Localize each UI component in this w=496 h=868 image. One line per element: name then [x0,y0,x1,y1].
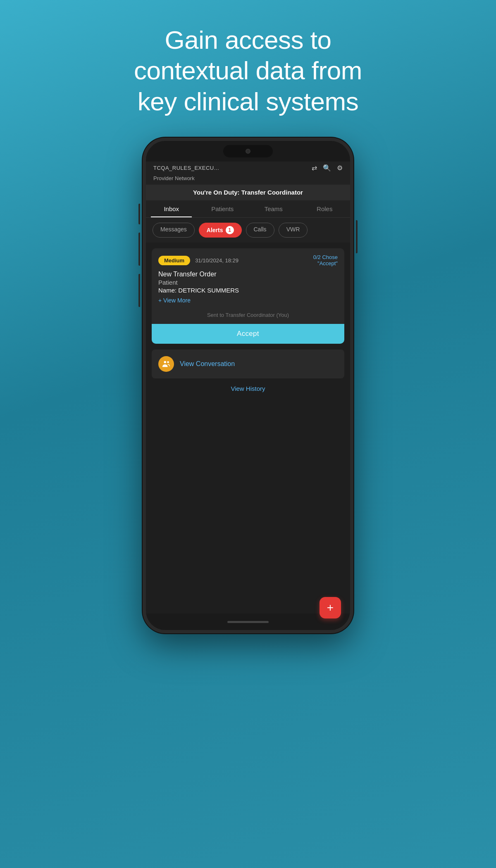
app-content: Medium 31/10/2024, 18:29 0/2 Chose "Acce… [146,243,350,614]
sent-to: Sent to Transfer Coordinator (You) [152,308,344,324]
volume-silent-button [138,204,140,224]
tab-teams[interactable]: Teams [248,200,299,217]
filter-messages[interactable]: Messages [153,223,195,238]
app-name-label: TCQA_RULES_EXECU... [153,165,219,171]
alert-card: Medium 31/10/2024, 18:29 0/2 Chose "Acce… [152,248,344,344]
settings-icon[interactable]: ⚙ [337,164,343,172]
fab-plus-icon: + [327,601,334,614]
phone-top-bar [146,141,350,162]
view-more-link[interactable]: + View More [158,297,338,304]
view-conversation-link[interactable]: View Conversation [180,360,235,368]
tab-patients[interactable]: Patients [197,200,248,217]
tabs-container: Inbox Patients Teams Roles [146,200,350,218]
conversation-icon [158,356,174,372]
view-history-row: View History [152,378,344,399]
camera-pill [223,145,273,157]
alert-card-body: New Transfer Order Patient Name: DETRICK… [152,266,344,308]
priority-badge: Medium [158,256,190,265]
phone-screen: TCQA_RULES_EXECU... ⇄ 🔍 ⚙ Provider Netwo… [143,138,353,633]
search-icon[interactable]: 🔍 [323,164,331,172]
view-history-link[interactable]: View History [231,385,265,392]
patient-name: Name: DETRICK SUMMERS [158,287,338,294]
filter-alerts[interactable]: Alerts 1 [199,223,242,238]
status-icons: ⇄ 🔍 ⚙ [312,164,343,172]
phone-mockup: TCQA_RULES_EXECU... ⇄ 🔍 ⚙ Provider Netwo… [143,138,353,633]
duty-banner-text: You're On Duty: Transfer Coordinator [193,189,303,196]
alert-subtitle: Patient [158,279,338,286]
main-headline: Gain access to contextual data from key … [134,25,362,117]
phone-bottom-bar [146,614,350,630]
duty-banner: You're On Duty: Transfer Coordinator [146,185,350,200]
alerts-badge: 1 [226,226,234,234]
power-button [356,220,358,253]
page-content: Gain access to contextual data from key … [0,0,496,633]
volume-up-button [138,233,140,266]
fab-button[interactable]: + [320,597,341,618]
camera-dot [246,149,250,154]
filter-pills: Messages Alerts 1 Calls VWR [146,218,350,243]
alert-title: New Transfer Order [158,271,338,278]
home-indicator [227,621,269,623]
alert-card-header: Medium 31/10/2024, 18:29 0/2 Chose "Acce… [152,248,344,266]
filter-vwr[interactable]: VWR [279,223,308,238]
svg-point-1 [167,361,169,363]
volume-down-button [138,274,140,307]
accept-button[interactable]: Accept [152,324,344,344]
view-conversation-row[interactable]: View Conversation [152,350,344,378]
transfer-icon: ⇄ [312,164,317,172]
svg-point-0 [164,361,167,364]
filter-calls[interactable]: Calls [246,223,274,238]
provider-label: Provider Network [146,174,350,185]
tab-roles[interactable]: Roles [299,200,351,217]
status-bar: TCQA_RULES_EXECU... ⇄ 🔍 ⚙ [146,162,350,174]
tab-inbox[interactable]: Inbox [146,200,197,217]
alert-timestamp: 31/10/2024, 18:29 [195,257,238,264]
chose-accept: 0/2 Chose "Accept" [313,254,338,266]
